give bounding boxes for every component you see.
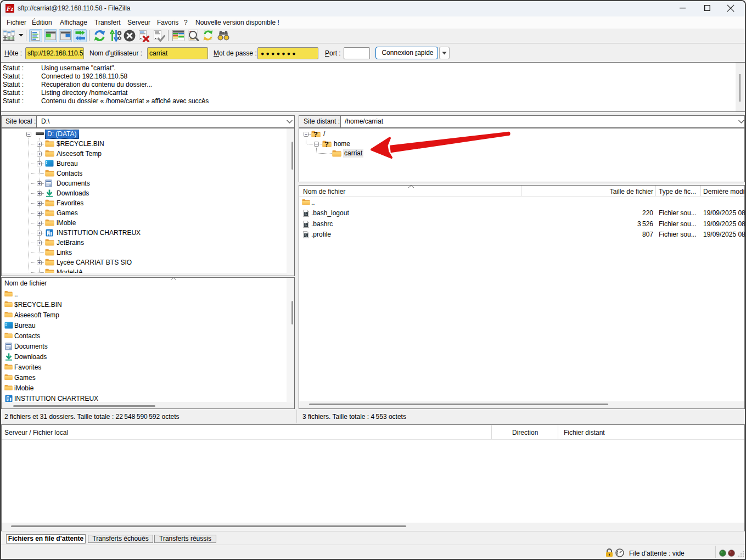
svg-text:?: ? [313, 130, 318, 138]
svg-text:Fz: Fz [6, 5, 14, 13]
svg-text:?: ? [324, 140, 329, 148]
